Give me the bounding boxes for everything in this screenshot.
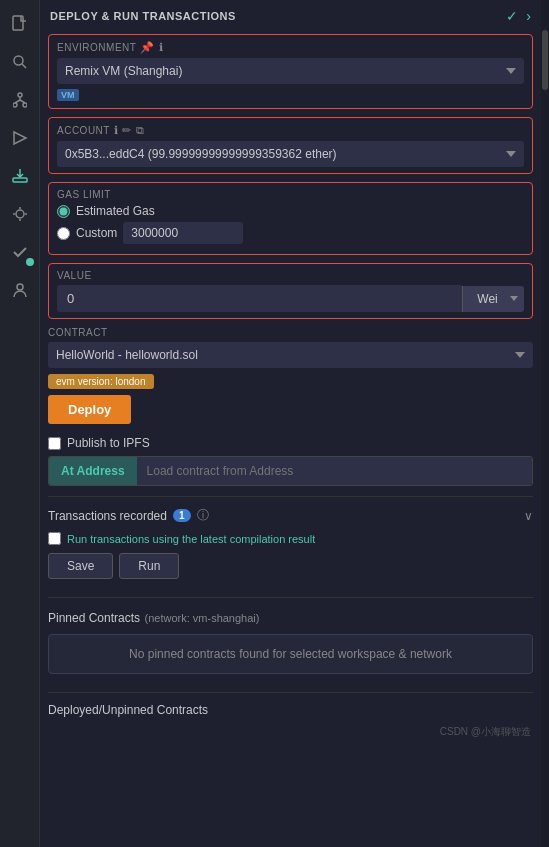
no-contracts-box: No pinned contracts found for selected w… bbox=[48, 634, 533, 674]
account-copy-icon[interactable]: ⧉ bbox=[136, 124, 145, 137]
value-input[interactable]: 0 bbox=[57, 285, 462, 312]
publish-ipfs-checkbox[interactable] bbox=[48, 437, 61, 450]
sidebar bbox=[0, 0, 40, 847]
pin-icon: 📌 bbox=[140, 41, 155, 54]
account-label: ACCOUNT ℹ ✏ ⧉ bbox=[57, 124, 524, 137]
run-transactions-row: Run transactions using the latest compil… bbox=[48, 532, 533, 545]
svg-marker-6 bbox=[14, 132, 26, 144]
sidebar-icon-search[interactable] bbox=[4, 46, 36, 78]
sidebar-icon-compile[interactable] bbox=[4, 122, 36, 154]
transactions-header[interactable]: Transactions recorded 1 ⓘ ∨ bbox=[48, 507, 533, 524]
sidebar-icon-verify[interactable] bbox=[4, 236, 36, 268]
divider-1 bbox=[48, 496, 533, 497]
sidebar-icon-user[interactable] bbox=[4, 274, 36, 306]
value-section: VALUE 0 Wei Gwei Finney Ether bbox=[48, 263, 533, 319]
sidebar-icon-deploy[interactable] bbox=[4, 160, 36, 192]
svg-point-5 bbox=[23, 103, 27, 107]
evm-badge: evm version: london bbox=[48, 374, 154, 389]
at-address-button[interactable]: At Address bbox=[49, 457, 137, 485]
svg-point-9 bbox=[17, 284, 23, 290]
transaction-count-badge: 1 bbox=[173, 509, 191, 522]
estimated-gas-radio[interactable] bbox=[57, 205, 70, 218]
publish-ipfs-row: Publish to IPFS bbox=[48, 436, 533, 450]
gas-limit-section: GAS LIMIT Estimated Gas Custom 3000000 bbox=[48, 182, 533, 255]
save-button[interactable]: Save bbox=[48, 553, 113, 579]
account-info-icon: ℹ bbox=[114, 124, 119, 137]
custom-gas-radio[interactable] bbox=[57, 227, 70, 240]
sidebar-icon-debug[interactable] bbox=[4, 198, 36, 230]
pinned-contracts-header: Pinned Contracts (network: vm-shanghai) bbox=[48, 608, 533, 626]
transactions-chevron-icon[interactable]: ∨ bbox=[524, 509, 533, 523]
estimated-gas-label[interactable]: Estimated Gas bbox=[76, 204, 155, 218]
value-label: VALUE bbox=[57, 270, 524, 281]
pinned-contracts-section: Pinned Contracts (network: vm-shanghai) … bbox=[48, 608, 533, 682]
transactions-info-icon: ⓘ bbox=[197, 507, 209, 524]
watermark: CSDN @小海聊智造 bbox=[40, 721, 541, 743]
page-title: DEPLOY & RUN TRANSACTIONS bbox=[50, 10, 236, 22]
value-row: 0 Wei Gwei Finney Ether bbox=[57, 285, 524, 312]
at-address-row: At Address bbox=[48, 456, 533, 486]
value-unit-select[interactable]: Wei Gwei Finney Ether bbox=[462, 286, 524, 312]
custom-gas-row: Custom 3000000 bbox=[57, 222, 524, 244]
transactions-header-left: Transactions recorded 1 ⓘ bbox=[48, 507, 209, 524]
sidebar-icon-file[interactable] bbox=[4, 8, 36, 40]
check-icon: ✓ bbox=[506, 8, 518, 24]
gas-limit-label: GAS LIMIT bbox=[57, 189, 524, 200]
main-panel: DEPLOY & RUN TRANSACTIONS ✓ › ENVIRONMEN… bbox=[40, 0, 541, 847]
contract-select[interactable]: HelloWorld - helloworld.sol bbox=[48, 342, 533, 368]
deployed-section: Deployed/Unpinned Contracts bbox=[48, 703, 533, 717]
svg-rect-7 bbox=[13, 178, 27, 182]
header-icons: ✓ › bbox=[506, 8, 531, 24]
pinned-network-label: (network: vm-shanghai) bbox=[145, 612, 260, 624]
no-contracts-message: No pinned contracts found for selected w… bbox=[129, 647, 452, 661]
deployed-header: Deployed/Unpinned Contracts bbox=[48, 703, 533, 717]
svg-line-2 bbox=[22, 64, 26, 68]
publish-ipfs-label[interactable]: Publish to IPFS bbox=[67, 436, 150, 450]
transactions-section: Transactions recorded 1 ⓘ ∨ Run transact… bbox=[48, 507, 533, 587]
custom-gas-label[interactable]: Custom bbox=[76, 226, 117, 240]
run-transactions-label[interactable]: Run transactions using the latest compil… bbox=[67, 533, 315, 545]
environment-label: ENVIRONMENT 📌 ℹ bbox=[57, 41, 524, 54]
pinned-contracts-title: Pinned Contracts (network: vm-shanghai) bbox=[48, 608, 259, 626]
at-address-input[interactable] bbox=[137, 457, 532, 485]
contract-section: CONTRACT HelloWorld - helloworld.sol evm… bbox=[48, 327, 533, 486]
environment-section: ENVIRONMENT 📌 ℹ Remix VM (Shanghai) VM bbox=[48, 34, 533, 109]
environment-select[interactable]: Remix VM (Shanghai) bbox=[57, 58, 524, 84]
contract-label: CONTRACT bbox=[48, 327, 533, 338]
deployed-label: Deployed/Unpinned Contracts bbox=[48, 703, 208, 717]
scrollbar[interactable] bbox=[541, 0, 549, 847]
save-run-row: Save Run bbox=[48, 553, 533, 579]
header: DEPLOY & RUN TRANSACTIONS ✓ › bbox=[40, 0, 541, 30]
run-transactions-checkbox[interactable] bbox=[48, 532, 61, 545]
estimated-gas-row: Estimated Gas bbox=[57, 204, 524, 218]
deploy-button[interactable]: Deploy bbox=[48, 395, 131, 424]
custom-gas-input[interactable]: 3000000 bbox=[123, 222, 243, 244]
svg-point-1 bbox=[14, 56, 23, 65]
svg-point-3 bbox=[18, 93, 22, 97]
svg-point-8 bbox=[16, 210, 24, 218]
pinned-label: Pinned Contracts bbox=[48, 611, 140, 625]
account-select[interactable]: 0x5B3...eddC4 (99.99999999999999359362 e… bbox=[57, 141, 524, 167]
scrollbar-thumb[interactable] bbox=[542, 30, 548, 90]
transactions-label: Transactions recorded bbox=[48, 509, 167, 523]
divider-2 bbox=[48, 597, 533, 598]
account-section: ACCOUNT ℹ ✏ ⧉ 0x5B3...eddC4 (99.99999999… bbox=[48, 117, 533, 174]
sidebar-icon-git[interactable] bbox=[4, 84, 36, 116]
arrow-icon: › bbox=[526, 8, 531, 24]
divider-3 bbox=[48, 692, 533, 693]
info-icon-env: ℹ bbox=[159, 41, 164, 54]
svg-point-4 bbox=[13, 103, 17, 107]
vm-badge: VM bbox=[57, 89, 79, 101]
account-edit-icon[interactable]: ✏ bbox=[122, 124, 132, 137]
run-button[interactable]: Run bbox=[119, 553, 179, 579]
